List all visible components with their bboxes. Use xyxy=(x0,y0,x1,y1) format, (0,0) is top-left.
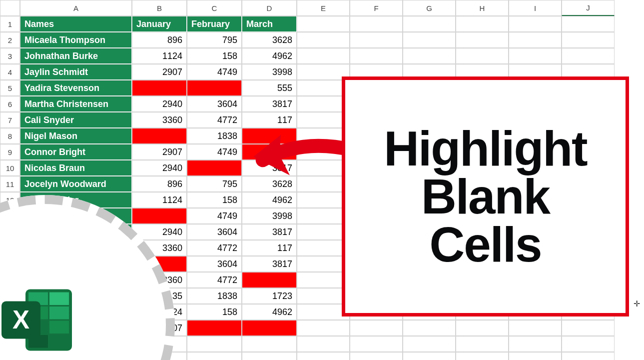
data-cell[interactable]: 158 xyxy=(187,304,242,320)
empty-cell[interactable] xyxy=(350,336,403,352)
column-header-E[interactable]: E xyxy=(297,0,350,16)
data-cell[interactable]: 3998 xyxy=(242,64,297,80)
empty-cell[interactable] xyxy=(403,352,456,360)
data-cell[interactable]: 555 xyxy=(242,80,297,96)
name-cell[interactable]: Yadira Stevenson xyxy=(20,80,132,96)
data-cell[interactable]: 3817 xyxy=(242,224,297,240)
data-cell[interactable]: 3628 xyxy=(242,32,297,48)
empty-cell[interactable] xyxy=(403,336,456,352)
empty-cell[interactable] xyxy=(509,336,562,352)
row-header[interactable]: 9 xyxy=(0,144,20,160)
data-cell-blank[interactable] xyxy=(187,160,242,176)
data-cell[interactable]: 117 xyxy=(242,240,297,256)
empty-cell[interactable] xyxy=(562,336,615,352)
name-cell[interactable]: Nigel Mason xyxy=(20,128,132,144)
data-cell[interactable]: 3817 xyxy=(242,96,297,112)
header-cell-month[interactable]: February xyxy=(187,16,242,32)
column-header-I[interactable]: I xyxy=(509,0,562,16)
data-cell[interactable]: 2940 xyxy=(132,160,187,176)
empty-cell[interactable] xyxy=(403,320,456,336)
empty-cell[interactable] xyxy=(187,336,242,352)
empty-cell[interactable] xyxy=(562,48,615,64)
row-header[interactable]: 7 xyxy=(0,112,20,128)
empty-cell[interactable] xyxy=(187,352,242,360)
column-header-J[interactable]: J xyxy=(562,0,615,16)
data-cell[interactable]: 158 xyxy=(187,192,242,208)
empty-cell[interactable] xyxy=(297,336,350,352)
data-cell-blank[interactable] xyxy=(132,80,187,96)
name-cell[interactable]: Johnathan Burke xyxy=(20,48,132,64)
data-cell[interactable]: 3360 xyxy=(132,112,187,128)
empty-cell[interactable] xyxy=(350,320,403,336)
empty-cell[interactable] xyxy=(297,16,350,32)
empty-cell[interactable] xyxy=(403,32,456,48)
data-cell[interactable]: 4772 xyxy=(187,112,242,128)
column-header-D[interactable]: D xyxy=(242,0,297,16)
data-cell[interactable]: 2907 xyxy=(132,64,187,80)
empty-cell[interactable] xyxy=(562,352,615,360)
empty-cell[interactable] xyxy=(242,336,297,352)
row-header[interactable]: 2 xyxy=(0,32,20,48)
data-cell[interactable]: 4749 xyxy=(187,208,242,224)
empty-cell[interactable] xyxy=(562,16,615,32)
empty-cell[interactable] xyxy=(350,352,403,360)
data-cell-blank[interactable] xyxy=(187,320,242,336)
column-header-B[interactable]: B xyxy=(132,0,187,16)
data-cell[interactable]: 4749 xyxy=(187,64,242,80)
data-cell-blank[interactable] xyxy=(242,320,297,336)
empty-cell[interactable] xyxy=(456,48,509,64)
data-cell[interactable]: 2940 xyxy=(132,96,187,112)
name-cell[interactable]: Martha Christensen xyxy=(20,96,132,112)
data-cell[interactable]: 4749 xyxy=(187,144,242,160)
name-cell[interactable]: Connor Bright xyxy=(20,144,132,160)
data-cell-blank[interactable] xyxy=(132,128,187,144)
empty-cell[interactable] xyxy=(456,352,509,360)
data-cell[interactable]: 795 xyxy=(187,32,242,48)
row-header[interactable]: 6 xyxy=(0,96,20,112)
column-header-C[interactable]: C xyxy=(187,0,242,16)
header-cell-month[interactable]: January xyxy=(132,16,187,32)
row-header[interactable]: 5 xyxy=(0,80,20,96)
column-header-G[interactable]: G xyxy=(403,0,456,16)
header-cell-names[interactable]: Names xyxy=(20,16,132,32)
data-cell[interactable]: 896 xyxy=(132,32,187,48)
empty-cell[interactable] xyxy=(350,16,403,32)
row-header[interactable]: 10 xyxy=(0,160,20,176)
data-cell[interactable]: 4772 xyxy=(187,240,242,256)
data-cell[interactable]: 1723 xyxy=(242,288,297,304)
data-cell[interactable]: 4962 xyxy=(242,48,297,64)
column-header-A[interactable]: A xyxy=(20,0,132,16)
name-cell[interactable]: Jaylin Schmidt xyxy=(20,64,132,80)
name-cell[interactable]: Jocelyn Woodward xyxy=(20,176,132,192)
data-cell-blank[interactable] xyxy=(187,80,242,96)
row-header[interactable]: 3 xyxy=(0,48,20,64)
row-header[interactable]: 11 xyxy=(0,176,20,192)
empty-cell[interactable] xyxy=(509,352,562,360)
empty-cell[interactable] xyxy=(297,48,350,64)
empty-cell[interactable] xyxy=(562,32,615,48)
name-cell[interactable]: Nicolas Braun xyxy=(20,160,132,176)
data-cell[interactable]: 4962 xyxy=(242,192,297,208)
empty-cell[interactable] xyxy=(562,320,615,336)
name-cell[interactable]: Micaela Thompson xyxy=(20,32,132,48)
empty-cell[interactable] xyxy=(403,16,456,32)
data-cell[interactable]: 3604 xyxy=(187,256,242,272)
data-cell[interactable]: 158 xyxy=(187,48,242,64)
empty-cell[interactable] xyxy=(456,336,509,352)
empty-cell[interactable] xyxy=(297,32,350,48)
empty-cell[interactable] xyxy=(509,32,562,48)
column-header-F[interactable]: F xyxy=(350,0,403,16)
empty-cell[interactable] xyxy=(456,32,509,48)
row-header[interactable]: 1 xyxy=(0,16,20,32)
data-cell[interactable]: 896 xyxy=(132,176,187,192)
data-cell-blank[interactable] xyxy=(242,272,297,288)
data-cell[interactable]: 4962 xyxy=(242,304,297,320)
data-cell[interactable]: 3998 xyxy=(242,208,297,224)
empty-cell[interactable] xyxy=(350,32,403,48)
empty-cell[interactable] xyxy=(403,48,456,64)
empty-cell[interactable] xyxy=(297,352,350,360)
data-cell[interactable]: 3817 xyxy=(242,256,297,272)
row-header[interactable]: 4 xyxy=(0,64,20,80)
column-header-H[interactable]: H xyxy=(456,0,509,16)
empty-cell[interactable] xyxy=(509,48,562,64)
